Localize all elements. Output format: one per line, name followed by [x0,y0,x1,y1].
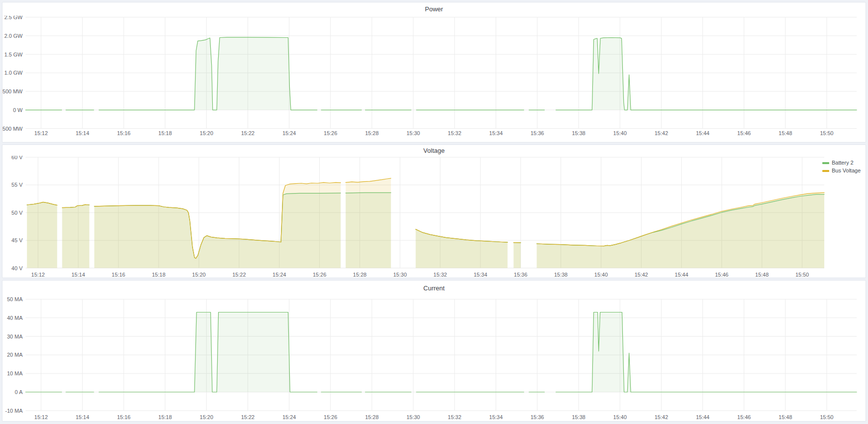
svg-text:15:22: 15:22 [241,130,255,136]
svg-text:15:50: 15:50 [820,414,834,420]
svg-text:15:28: 15:28 [365,130,379,136]
svg-text:15:18: 15:18 [158,414,172,420]
svg-text:15:12: 15:12 [34,414,48,420]
svg-text:15:48: 15:48 [755,272,769,278]
svg-text:15:34: 15:34 [489,414,503,420]
svg-text:15:24: 15:24 [282,414,296,420]
svg-text:15:44: 15:44 [675,272,689,278]
svg-text:0 W: 0 W [13,107,23,113]
voltage-chart-wrap: 60 V55 V50 V45 V40 V15:1215:1415:1615:18… [2,156,866,278]
svg-text:15:26: 15:26 [313,272,327,278]
voltage-chart[interactable]: 60 V55 V50 V45 V40 V15:1215:1415:1615:18… [2,156,866,278]
svg-text:30 MA: 30 MA [7,334,23,339]
svg-text:15:42: 15:42 [654,130,668,136]
svg-text:10 MA: 10 MA [7,370,23,376]
power-panel-title: Power [425,6,443,12]
svg-text:15:46: 15:46 [737,130,751,136]
power-panel: Power 2.5 GW2.0 GW1.5 GW1.0 GW500 MW0 W-… [2,2,866,142]
legend-swatch-icon [822,162,829,164]
voltage-panel: Voltage 60 V55 V50 V45 V40 V15:1215:1415… [2,144,866,278]
svg-text:15:26: 15:26 [324,130,337,136]
svg-text:15:12: 15:12 [34,130,48,136]
svg-text:15:32: 15:32 [448,130,462,136]
svg-text:15:36: 15:36 [531,414,544,420]
svg-text:40 MA: 40 MA [7,315,23,321]
svg-text:15:36: 15:36 [531,130,544,136]
svg-text:-10 MA: -10 MA [5,408,23,414]
svg-text:15:20: 15:20 [200,414,214,420]
svg-text:15:34: 15:34 [474,272,487,278]
svg-text:15:28: 15:28 [365,414,379,420]
legend-label: Battery 2 [832,160,853,166]
svg-text:15:42: 15:42 [654,414,668,420]
voltage-panel-title: Voltage [423,147,445,154]
legend-label: Bus Voltage [832,168,861,174]
svg-text:15:40: 15:40 [594,272,608,278]
svg-text:60 V: 60 V [11,156,23,160]
series-area-bus-voltage [27,178,824,268]
axis-tick-labels: 2.5 GW2.0 GW1.5 GW1.0 GW500 MW0 W-500 MW… [2,16,834,136]
svg-text:15:44: 15:44 [696,130,710,136]
dashboard: Power 2.5 GW2.0 GW1.5 GW1.0 GW500 MW0 W-… [0,0,868,424]
svg-text:15:16: 15:16 [117,130,131,136]
grid-lines [26,17,857,129]
svg-text:15:38: 15:38 [554,272,568,278]
svg-text:15:42: 15:42 [635,272,648,278]
svg-text:50 MA: 50 MA [7,296,23,302]
current-panel-header[interactable]: Current [2,281,866,295]
svg-text:15:30: 15:30 [406,130,420,136]
svg-text:15:14: 15:14 [76,414,89,420]
svg-text:0 A: 0 A [15,389,23,395]
svg-text:15:18: 15:18 [152,272,166,278]
svg-text:2.0 GW: 2.0 GW [4,33,23,39]
svg-text:20 MA: 20 MA [7,352,23,358]
svg-text:15:30: 15:30 [393,272,407,278]
svg-text:15:46: 15:46 [737,414,751,420]
power-panel-header[interactable]: Power [2,2,866,16]
svg-text:1.0 GW: 1.0 GW [4,70,23,76]
svg-text:15:26: 15:26 [324,414,337,420]
svg-text:15:24: 15:24 [282,130,296,136]
current-panel: Current 50 MA40 MA30 MA20 MA10 MA0 A-10 … [2,280,866,422]
svg-text:45 V: 45 V [11,237,23,243]
svg-text:15:14: 15:14 [76,130,89,136]
svg-text:15:14: 15:14 [71,272,85,278]
legend-item-bus-voltage[interactable]: Bus Voltage [822,168,861,174]
svg-text:15:48: 15:48 [779,130,792,136]
series-line-battery-2-power [26,37,857,110]
svg-text:15:20: 15:20 [200,130,214,136]
svg-text:50 V: 50 V [11,210,23,216]
svg-text:1.5 GW: 1.5 GW [4,52,23,57]
svg-text:15:40: 15:40 [613,414,627,420]
svg-text:15:36: 15:36 [514,272,528,278]
svg-text:15:24: 15:24 [273,272,286,278]
svg-text:15:22: 15:22 [232,272,246,278]
svg-text:15:16: 15:16 [112,272,125,278]
svg-text:15:16: 15:16 [117,414,131,420]
voltage-legend: Battery 2Bus Voltage [822,160,861,174]
legend-item-battery-2[interactable]: Battery 2 [822,160,861,166]
grid-lines [26,299,857,411]
svg-text:15:50: 15:50 [795,272,809,278]
svg-text:15:46: 15:46 [715,272,728,278]
current-chart[interactable]: 50 MA40 MA30 MA20 MA10 MA0 A-10 MA15:121… [2,295,866,421]
svg-text:40 V: 40 V [11,265,23,271]
svg-text:15:22: 15:22 [241,414,255,420]
svg-text:15:32: 15:32 [448,414,462,420]
power-chart[interactable]: 2.5 GW2.0 GW1.5 GW1.0 GW500 MW0 W-500 MW… [2,16,866,142]
voltage-panel-header[interactable]: Voltage [2,145,866,156]
svg-text:15:30: 15:30 [406,414,420,420]
svg-text:15:20: 15:20 [192,272,206,278]
series-line-battery-2-current [26,312,857,393]
svg-text:55 V: 55 V [11,182,23,188]
svg-text:15:34: 15:34 [489,130,503,136]
series-area-battery-2-power [26,37,857,110]
svg-text:15:50: 15:50 [820,130,834,136]
svg-text:15:12: 15:12 [31,272,45,278]
svg-text:15:48: 15:48 [779,414,792,420]
svg-text:15:18: 15:18 [158,130,172,136]
current-chart-wrap: 50 MA40 MA30 MA20 MA10 MA0 A-10 MA15:121… [2,295,866,421]
current-panel-title: Current [423,285,445,291]
svg-text:15:40: 15:40 [613,130,627,136]
svg-text:500 MW: 500 MW [2,88,23,94]
